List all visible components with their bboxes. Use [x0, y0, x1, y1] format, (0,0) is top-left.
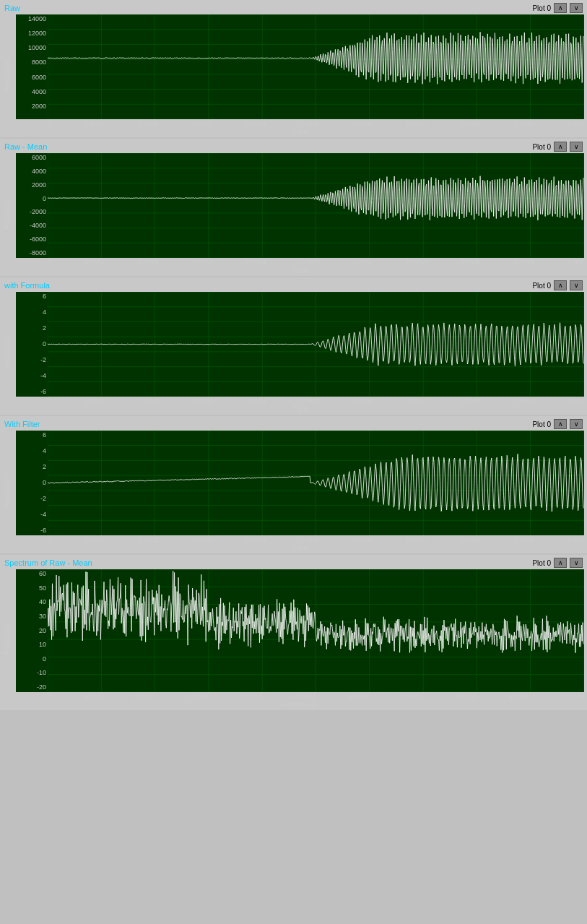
chart-title-spectrum: Spectrum of Raw - Mean	[4, 558, 92, 567]
y-tick: -8000	[17, 250, 46, 256]
x-tick: 0.0003	[192, 120, 212, 127]
x-axis-with-filter: 00.00010.00020.00030.00040.00050.00060.0…	[16, 535, 584, 543]
x-axis-label-raw-mean: Time	[16, 267, 584, 275]
y-axis-raw-mean: 6000400020000-2000-4000-6000-8000	[16, 153, 48, 258]
chart-with-formula: with Formula Plot 0 ∧ ∨ Amplitude 6420-2…	[0, 277, 587, 415]
x-tick: 0.001	[568, 259, 584, 266]
y-tick: 6	[17, 293, 46, 300]
y-axis-label-spectrum: Amplitude	[3, 569, 14, 709]
x-axis-raw: 00.00010.00020.00030.00040.00050.00060.0…	[16, 119, 584, 127]
plot-btn-left-with-filter[interactable]: ∧	[554, 419, 567, 429]
y-tick: 2000	[17, 103, 46, 110]
y-tick: 30	[17, 613, 46, 620]
chart-inner-raw: 1400012000100008000600040002000	[16, 14, 584, 119]
plot-btn-left-with-formula[interactable]: ∧	[554, 280, 567, 290]
plot-btn-left-raw-mean[interactable]: ∧	[554, 142, 567, 152]
x-tick: 0.0009	[514, 259, 534, 266]
chart-header-with-filter: With Filter Plot 0 ∧ ∨	[3, 419, 584, 429]
y-tick: 0	[17, 480, 46, 486]
plot-label-raw: Plot 0	[532, 4, 551, 12]
chart-wrapper-raw: Amplitude 140001200010000800060004000200…	[3, 14, 584, 136]
y-tick: 6	[17, 432, 46, 439]
plot-btn-left-raw[interactable]: ∧	[554, 3, 567, 13]
x-tick: 0.001	[568, 536, 584, 543]
chart-inner-spectrum: 6050403020100-10-20	[16, 569, 584, 692]
x-tick: 0	[48, 536, 51, 543]
plot-btn-right-with-filter[interactable]: ∨	[570, 419, 583, 429]
y-tick: 20	[17, 628, 46, 634]
plot-btn-right-raw-mean[interactable]: ∨	[570, 142, 583, 152]
x-tick: 0.0006	[353, 536, 373, 543]
y-tick: 0	[17, 196, 46, 202]
x-tick: 0.0006	[353, 397, 373, 405]
x-tick: 100000	[134, 693, 155, 700]
plot-svg-raw-mean	[48, 153, 584, 258]
y-tick: -4	[17, 511, 46, 518]
x-tick: 0.0007	[407, 120, 427, 127]
x-tick: 500000	[562, 693, 584, 700]
x-tick: 0.001	[568, 397, 584, 405]
x-axis-with-formula: 00.00010.00020.00030.00040.00050.00060.0…	[16, 397, 584, 405]
chart-controls-with-filter: Plot 0 ∧ ∨	[532, 419, 583, 429]
x-tick: 0.0008	[461, 536, 481, 543]
chart-wrapper-with-formula: Amplitude 6420-2-4-6 00.00010.00020.0003…	[3, 292, 584, 413]
x-tick: 50000	[83, 693, 101, 700]
chart-controls-raw: Plot 0 ∧ ∨	[532, 3, 583, 13]
y-tick: 12000	[17, 30, 46, 37]
x-tick: 0.0004	[246, 259, 266, 266]
x-tick: 150000	[187, 693, 209, 700]
x-tick: 0.0001	[85, 397, 105, 405]
chart-area-with-filter: 6420-2-4-6 00.00010.00020.00030.00040.00…	[16, 431, 584, 552]
plot-label-with-formula: Plot 0	[532, 282, 551, 290]
plot-btn-right-spectrum[interactable]: ∨	[570, 558, 583, 568]
y-tick: 2000	[17, 182, 46, 189]
y-tick: 10	[17, 642, 46, 648]
y-axis-with-formula: 6420-2-4-6	[16, 292, 48, 397]
x-tick: 300000	[348, 693, 370, 700]
chart-title-raw: Raw	[4, 4, 20, 12]
y-tick: 4	[17, 448, 46, 454]
x-tick: 0.0005	[300, 120, 320, 127]
y-tick: 10000	[17, 45, 46, 51]
x-axis-spectrum: 0500001000001500002000002500003000003500…	[16, 692, 584, 700]
x-tick: 0.0002	[139, 536, 159, 543]
y-tick: 40	[17, 599, 46, 605]
plot-btn-left-spectrum[interactable]: ∧	[554, 558, 567, 568]
x-tick: 0	[48, 259, 51, 266]
plot-label-raw-mean: Plot 0	[532, 143, 551, 151]
chart-inner-with-formula: 6420-2-4-6	[16, 292, 584, 397]
y-tick: 50	[17, 585, 46, 592]
x-tick: 0.0007	[407, 536, 427, 543]
chart-raw: Raw Plot 0 ∧ ∨ Amplitude 140001200010000…	[0, 0, 587, 137]
x-tick: 0.0007	[407, 397, 427, 405]
x-tick: 0.0001	[85, 120, 105, 127]
x-tick: 0.0004	[246, 120, 266, 127]
plot-btn-right-with-formula[interactable]: ∨	[570, 280, 583, 290]
x-tick: 0.0004	[246, 397, 266, 405]
y-tick: 6000	[17, 74, 46, 81]
plot-svg-with-filter	[48, 431, 584, 535]
x-tick: 0.0007	[407, 259, 427, 266]
x-tick: 0.0002	[139, 259, 159, 266]
x-tick: 0.0005	[300, 536, 320, 543]
chart-wrapper-raw-mean: Amplitude 6000400020000-2000-4000-6000-8…	[3, 153, 584, 275]
x-tick: 0.0009	[514, 536, 534, 543]
x-tick: 0.0009	[514, 397, 534, 405]
x-tick: 0.0002	[139, 120, 159, 127]
plot-btn-right-raw[interactable]: ∨	[570, 3, 583, 13]
y-tick: 2	[17, 325, 46, 332]
chart-area-spectrum: 6050403020100-10-20 05000010000015000020…	[16, 569, 584, 709]
chart-header-spectrum: Spectrum of Raw - Mean Plot 0 ∧ ∨	[3, 558, 584, 568]
y-tick: 14000	[17, 16, 46, 22]
chart-title-with-filter: With Filter	[4, 420, 40, 428]
x-tick: 450000	[509, 693, 531, 700]
x-tick: 0.0003	[192, 397, 212, 405]
chart-inner-raw-mean: 6000400020000-2000-4000-6000-8000	[16, 153, 584, 258]
y-axis-raw: 1400012000100008000600040002000	[16, 14, 48, 119]
chart-controls-with-formula: Plot 0 ∧ ∨	[532, 280, 583, 290]
y-tick: 6000	[17, 155, 46, 161]
x-axis-label-raw: Time	[16, 128, 584, 136]
x-tick: 0.0006	[353, 120, 373, 127]
y-tick: -2000	[17, 209, 46, 215]
x-tick: 0.0005	[300, 397, 320, 405]
